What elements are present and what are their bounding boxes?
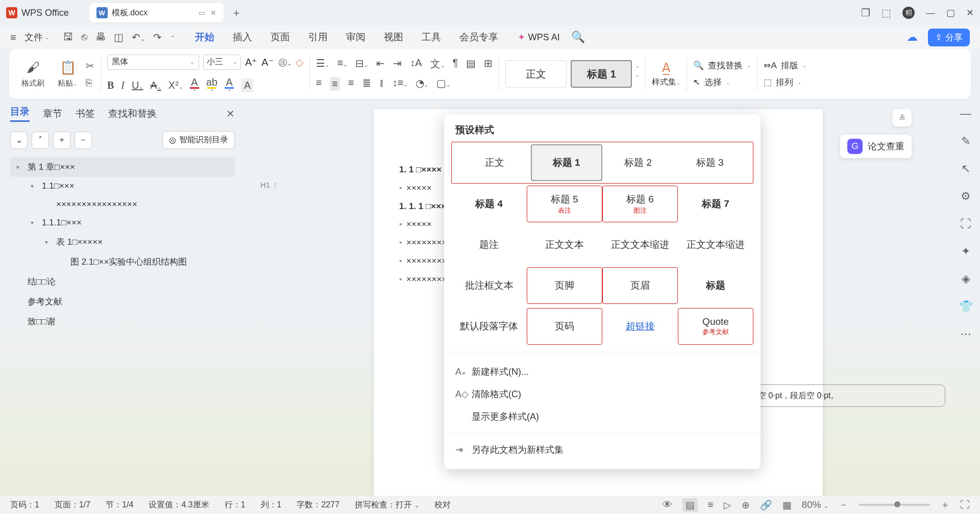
- cut-icon[interactable]: ✂: [86, 60, 94, 72]
- tab-view[interactable]: 视图: [384, 31, 403, 44]
- rail-shirt-icon[interactable]: 👕: [959, 300, 973, 313]
- copy-icon[interactable]: ⎘: [86, 77, 94, 89]
- cloud-icon[interactable]: ☁: [906, 31, 918, 44]
- tab-review[interactable]: 审阅: [346, 31, 365, 44]
- user-badge[interactable]: 稻: [902, 7, 915, 19]
- zoom-value[interactable]: 80% ⌄: [802, 499, 828, 510]
- highlight-button[interactable]: ab⌄: [206, 77, 217, 94]
- tab-tools[interactable]: 工具: [422, 31, 441, 44]
- italic-button[interactable]: I: [121, 80, 125, 91]
- menu-show-more[interactable]: 显示更多样式(A): [444, 405, 761, 428]
- status-proof[interactable]: 校对: [434, 500, 451, 510]
- view-grid-icon[interactable]: ▦: [782, 499, 792, 511]
- line-spacing-icon[interactable]: ↕≡⌄: [393, 77, 408, 91]
- menu-save-styleset[interactable]: ⇥ 另存此文档为新样式集: [444, 439, 761, 461]
- view-play-icon[interactable]: ▷: [724, 499, 731, 511]
- style-grid-item[interactable]: 页码: [527, 308, 602, 345]
- style-scroll-down-icon[interactable]: ˅: [636, 75, 639, 82]
- layout-button[interactable]: ⇔A 排版⌄: [764, 60, 806, 71]
- share-button[interactable]: ⇪ 分享: [928, 29, 970, 46]
- find-replace-button[interactable]: 🔍 查找替换⌄: [693, 60, 751, 71]
- multilevel-icon[interactable]: ⊟⌄: [355, 57, 368, 71]
- tab-preview-icon[interactable]: ▭: [199, 9, 205, 17]
- decrease-font-icon[interactable]: A⁻: [261, 56, 274, 68]
- view-page-icon[interactable]: ▤: [682, 498, 698, 512]
- tab-reference[interactable]: 引用: [308, 31, 328, 44]
- style-grid-item[interactable]: 标题: [678, 267, 753, 304]
- columns-icon[interactable]: ▤: [466, 57, 476, 71]
- save-icon[interactable]: 🖫: [63, 31, 73, 43]
- font-color2-button[interactable]: A⌄: [225, 77, 234, 94]
- sort-icon[interactable]: ↕A: [410, 57, 422, 71]
- nav-close-icon[interactable]: ✕: [226, 108, 235, 120]
- menu-new-style[interactable]: A₊ 新建样式(N)...: [444, 361, 761, 383]
- toc-expand-button[interactable]: ˄: [32, 132, 49, 149]
- paper-check-button[interactable]: G 论文查重: [840, 135, 912, 158]
- char-shading-button[interactable]: A: [241, 79, 254, 92]
- tab-page[interactable]: 页面: [271, 31, 290, 44]
- search-icon[interactable]: 🔍: [571, 31, 585, 44]
- style-grid-item[interactable]: 标题 6图注: [602, 186, 678, 222]
- increase-indent-icon[interactable]: ⇥: [393, 57, 402, 71]
- toc-item[interactable]: ××××××××××××××××: [10, 195, 235, 214]
- style-set-button[interactable]: A̲ 样式集⌄: [652, 61, 680, 88]
- document-tab[interactable]: W 模板.docx ▭ ✕: [89, 3, 224, 22]
- toc-item[interactable]: 参考文献: [10, 292, 235, 312]
- style-grid-item[interactable]: 正文文本缩进: [678, 226, 753, 263]
- underline-button[interactable]: U⌄: [132, 80, 143, 91]
- toc-item[interactable]: 图 2.1□××实验中心组织结构图: [10, 252, 235, 272]
- nav-tab-bookmarks[interactable]: 书签: [76, 107, 95, 120]
- superscript-button[interactable]: X²⌄: [168, 80, 183, 91]
- toc-item[interactable]: ▾1.1□×××: [10, 177, 235, 195]
- arrange-button[interactable]: ⬚ 排列⌄: [764, 76, 806, 88]
- clear-format-icon[interactable]: ◇: [296, 56, 303, 68]
- maximize-button[interactable]: ▢: [946, 7, 955, 18]
- style-heading1[interactable]: 标题 1: [571, 60, 632, 88]
- tab-member[interactable]: 会员专享: [459, 31, 498, 44]
- status-words[interactable]: 字数：2277: [297, 500, 339, 510]
- status-line[interactable]: 行：1: [225, 500, 246, 510]
- nav-tab-chapters[interactable]: 章节: [43, 107, 62, 120]
- status-section[interactable]: 节：1/4: [106, 500, 133, 510]
- rail-pen-icon[interactable]: ✎: [961, 135, 970, 148]
- style-grid-item[interactable]: 标题 1: [531, 144, 603, 181]
- rail-magic-icon[interactable]: ✦: [961, 245, 970, 258]
- rail-diamond-icon[interactable]: ◈: [962, 272, 970, 286]
- style-grid-item[interactable]: 默认段落字体: [451, 308, 527, 345]
- style-grid-item[interactable]: 正文: [459, 144, 531, 181]
- nav-tab-find[interactable]: 查找和替换: [108, 107, 157, 120]
- style-grid-item[interactable]: 标题 5表注: [527, 186, 602, 222]
- toc-item[interactable]: 结□□论: [10, 272, 235, 292]
- nav-tab-toc[interactable]: 目录: [10, 105, 30, 122]
- status-col[interactable]: 列：1: [261, 500, 282, 510]
- view-outline-icon[interactable]: ≡: [708, 499, 714, 510]
- style-grid-item[interactable]: 标题 3: [674, 144, 746, 181]
- toc-collapse-button[interactable]: ⌄: [10, 132, 28, 149]
- style-grid-item[interactable]: 正文文本缩进: [602, 226, 678, 263]
- align-right-icon[interactable]: ≡: [348, 77, 354, 91]
- select-button[interactable]: ↖ 选择⌄: [693, 76, 751, 88]
- toc-remove-button[interactable]: －: [75, 132, 92, 149]
- show-marks-icon[interactable]: ¶: [453, 57, 458, 71]
- new-tab-button[interactable]: ＋: [231, 5, 242, 20]
- style-grid-item[interactable]: 超链接: [602, 308, 678, 345]
- style-grid-item[interactable]: 标题 2: [602, 144, 674, 181]
- numbering-icon[interactable]: ≡⌄: [337, 57, 348, 71]
- format-painter-group[interactable]: 🖌 格式刷: [16, 60, 50, 88]
- window-multi-icon[interactable]: ❐: [861, 7, 870, 19]
- rail-minus-icon[interactable]: —: [960, 107, 971, 120]
- toc-item[interactable]: ▾1.1.1□×××: [10, 214, 235, 232]
- style-scroll-up-icon[interactable]: ˄: [636, 66, 639, 73]
- align-justify-icon[interactable]: ≣: [362, 77, 371, 91]
- toc-item[interactable]: ▾表 1□×××××: [10, 232, 235, 252]
- paste-group[interactable]: 📋 粘贴⌄: [53, 60, 83, 88]
- strike-button[interactable]: A⌄: [150, 80, 161, 91]
- zoom-out-button[interactable]: －: [839, 498, 848, 511]
- collapse-right-icon[interactable]: ≙: [892, 109, 912, 126]
- style-grid-item[interactable]: 题注: [451, 226, 527, 263]
- font-name-select[interactable]: 黑体⌄: [107, 55, 199, 70]
- preview-icon[interactable]: ◫: [114, 31, 124, 43]
- style-grid-item[interactable]: 标题 7: [678, 186, 753, 222]
- file-menu[interactable]: 文件⌄: [20, 29, 54, 45]
- increase-font-icon[interactable]: A⁺: [245, 56, 257, 68]
